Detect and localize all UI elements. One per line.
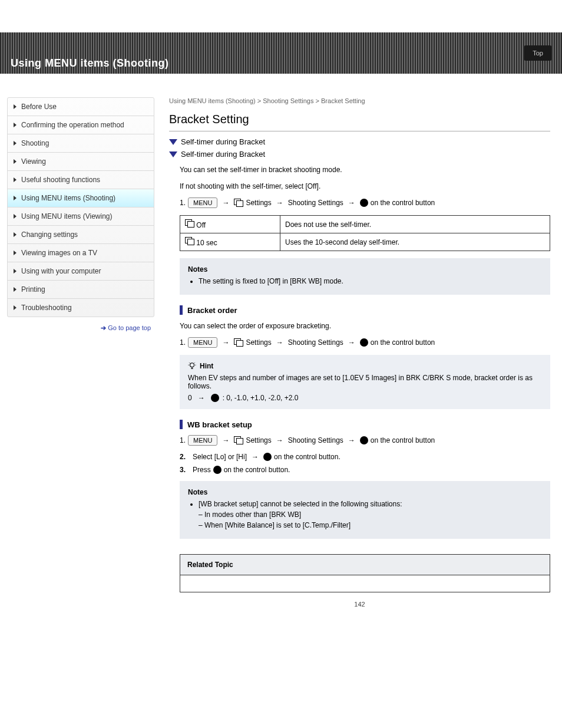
header-band: Using MENU items (Shooting) Top: [0, 32, 562, 74]
collapsible-sub-label: Self-timer during Bracket: [181, 150, 265, 159]
caret-icon: [14, 232, 16, 237]
breadcrumb: Using MENU items (Shooting) > Shooting S…: [169, 97, 550, 104]
step-text: on the control button: [371, 436, 435, 444]
arrow-right-icon: [346, 199, 358, 207]
svg-line-5: [189, 363, 190, 363]
step-text: Shooting Settings: [288, 436, 343, 444]
collapsible-selftimer-sub[interactable]: Self-timer during Bracket: [169, 150, 550, 159]
sidebar-item-changing-settings[interactable]: Changing settings: [8, 226, 154, 244]
related-heading: Related Topic: [180, 555, 550, 575]
table-row: 10 sec Uses the 10-second delay self-tim…: [180, 233, 550, 251]
caret-icon: [14, 287, 16, 292]
caret-icon: [14, 305, 16, 310]
sidebar-item-shooting[interactable]: Shooting: [8, 134, 154, 153]
sidebar-item-troubleshooting[interactable]: Troubleshooting: [8, 299, 154, 317]
menu-chip: MENU: [188, 197, 217, 208]
sidebar-item-label: Confirming the operation method: [21, 121, 124, 129]
center-button-icon: [213, 466, 222, 474]
chevron-down-icon: [169, 139, 177, 145]
subheading-text: Bracket order: [187, 306, 237, 315]
hint-box: Hint When EV steps and number of images …: [180, 355, 550, 409]
sidebar-item-label: Changing settings: [21, 230, 78, 239]
sidebar-item-menu-shooting[interactable]: Using MENU items (Shooting): [8, 189, 154, 207]
zero-prefix: 0: [188, 394, 192, 402]
vertical-bar-icon: [180, 420, 183, 429]
header-title: Using MENU items (Shooting): [11, 57, 169, 70]
bulb-icon: [188, 362, 196, 370]
sidebar: Before Use Confirming the operation meth…: [7, 97, 154, 317]
top-button[interactable]: Top: [524, 45, 551, 61]
sidebar-item-computer[interactable]: Using with your computer: [8, 262, 154, 281]
sidebar-item-label: Troubleshooting: [21, 304, 72, 312]
caret-icon: [14, 251, 16, 255]
collapsible-label: Self-timer during Bracket: [181, 137, 265, 146]
options-table: Off Does not use the self-timer. 10 sec …: [180, 215, 550, 251]
sidebar-item-useful[interactable]: Useful shooting functions: [8, 171, 154, 189]
center-button-icon: [360, 436, 368, 444]
page-title: Bracket Setting: [169, 113, 550, 131]
table-row: Off Does not use the self-timer.: [180, 216, 550, 233]
step-number: 3.: [180, 466, 188, 474]
arrow-right-icon: [249, 453, 261, 461]
sidebar-item-label: Printing: [21, 285, 45, 294]
sidebar-item-printing[interactable]: Printing: [8, 281, 154, 299]
step-number: 1.: [180, 199, 186, 207]
center-button-icon: [360, 338, 368, 347]
hint-body: When EV steps and number of images are s…: [188, 374, 542, 390]
caret-icon: [14, 159, 16, 164]
paragraph: If not shooting with the self-timer, sel…: [180, 181, 550, 192]
sidebar-item-menu-viewing[interactable]: Using MENU items (Viewing): [8, 207, 154, 226]
arrow-right-icon: [346, 338, 358, 347]
subheading-bracket-order: Bracket order: [180, 305, 550, 315]
caret-icon: [14, 196, 16, 200]
sidebar-item-tv[interactable]: Viewing images on a TV: [8, 244, 154, 262]
main-content: Using MENU items (Shooting) > Shooting S…: [169, 97, 550, 608]
related-topic-box: Related Topic: [180, 554, 550, 592]
sidebar-item-label: Useful shooting functions: [21, 176, 100, 184]
goto-label: Go to page top: [108, 324, 151, 331]
vertical-bar-icon: [180, 305, 183, 315]
option-off-icon: [185, 219, 194, 228]
sidebar-item-confirming[interactable]: Confirming the operation method: [8, 116, 154, 134]
option-label: Off: [196, 221, 206, 229]
sidebar-item-viewing[interactable]: Viewing: [8, 153, 154, 171]
note-title: Notes: [188, 488, 542, 496]
caret-icon: [14, 141, 16, 146]
step-number: 2.: [180, 453, 188, 461]
step-number: 1.: [180, 436, 186, 444]
option-on-icon: [185, 237, 194, 245]
note-title: Notes: [188, 265, 542, 274]
arrow-right-icon: [274, 338, 286, 347]
page-number: 142: [169, 601, 550, 608]
option-label: 10 sec: [196, 239, 217, 247]
note-sub-item: In modes other than [BRK WB]: [199, 510, 542, 519]
arrow-right-icon: [346, 436, 358, 444]
arrow-right-icon: [220, 338, 232, 347]
settings-stack-icon: [234, 338, 243, 347]
subheading-text: WB bracket setup: [187, 420, 252, 429]
sidebar-item-label: Viewing: [21, 157, 46, 166]
step-text: Shooting Settings: [288, 199, 343, 207]
arrow-right-icon: [274, 436, 286, 444]
svg-point-0: [190, 363, 194, 367]
sidebar-item-label: Before Use: [21, 103, 57, 111]
option-desc: Uses the 10-second delay self-timer.: [280, 233, 550, 251]
note-sub-item: When [White Balance] is set to [C.Temp./…: [199, 521, 542, 529]
step-text: Settings: [246, 338, 271, 347]
hint-title: Hint: [200, 362, 213, 370]
goto-page-top[interactable]: ➔ Go to page top: [7, 324, 154, 332]
svg-line-6: [194, 363, 195, 363]
caret-icon: [14, 177, 16, 182]
center-button-icon: [263, 453, 272, 461]
caret-icon: [14, 104, 16, 109]
sidebar-item-before-use[interactable]: Before Use: [8, 98, 154, 116]
collapsible-selftimer[interactable]: Self-timer during Bracket: [169, 137, 550, 146]
sidebar-item-label: Using with your computer: [21, 267, 101, 275]
step-number: 1.: [180, 338, 186, 347]
option-desc: Does not use the self-timer.: [280, 216, 550, 233]
note-box: Notes The setting is fixed to [Off] in […: [180, 258, 550, 295]
sidebar-item-label: Using MENU items (Shooting): [21, 194, 115, 202]
paragraph: You can set the self-timer in bracket sh…: [180, 164, 550, 175]
arrow-right-icon: [274, 199, 286, 207]
step-1: 1. MENU Settings Shooting Settings on th…: [180, 197, 550, 208]
